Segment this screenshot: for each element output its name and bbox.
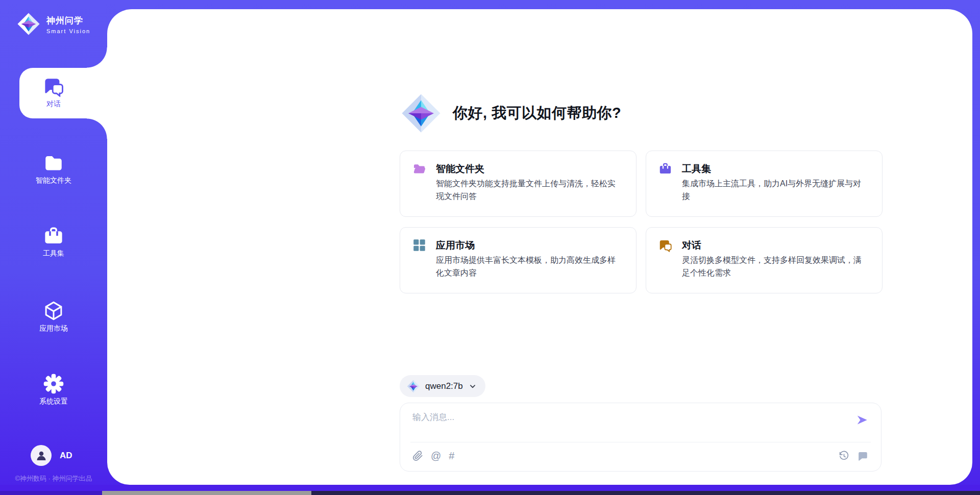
folder-icon	[43, 152, 64, 174]
feature-cards: 智能文件夹 智能文件夹功能支持批量文件上传与清洗，轻松实现文件问答 工具集 集成…	[400, 151, 883, 293]
card-description: 智能文件夹功能支持批量文件上传与清洗，轻松实现文件问答	[436, 178, 623, 203]
copyright: ©神州数码 · 神州问学出品	[0, 474, 107, 483]
send-icon[interactable]	[855, 413, 869, 427]
user-name: AD	[60, 451, 72, 461]
brand: 神州问学 Smart Vision	[17, 12, 90, 36]
user-menu[interactable]: AD	[31, 445, 72, 466]
scrollbar-track-left	[0, 491, 102, 495]
chat-icon	[658, 238, 672, 252]
sidebar-item-toolset[interactable]: 工具集	[0, 225, 107, 258]
history-icon[interactable]	[839, 451, 849, 461]
card-description: 集成市场上主流工具，助力AI与外界无缝扩展与对接	[682, 178, 869, 203]
card-app-market[interactable]: 应用市场 应用市场提供丰富长文本模板，助力高效生成多样化文章内容	[400, 227, 636, 293]
greeting: 你好, 我可以如何帮助你?	[401, 92, 621, 134]
card-title: 对话	[682, 239, 701, 252]
sidebar-item-label: 系统设置	[0, 397, 107, 406]
sidebar-item-system-settings[interactable]: 系统设置	[0, 373, 107, 406]
sidebar-item-smart-folder[interactable]: 智能文件夹	[0, 152, 107, 185]
card-title: 工具集	[682, 162, 711, 176]
user-icon	[35, 450, 47, 462]
bottom-strip	[0, 485, 980, 491]
card-smart-folder[interactable]: 智能文件夹 智能文件夹功能支持批量文件上传与清洗，轻松实现文件问答	[400, 151, 636, 217]
sidebar-item-label: 应用市场	[0, 324, 107, 333]
brand-name: 神州问学	[46, 15, 90, 27]
message-input[interactable]	[412, 411, 846, 438]
chat-icon	[43, 76, 64, 97]
message-composer: @ #	[400, 403, 881, 472]
mention-icon[interactable]: @	[431, 451, 441, 461]
scrollbar-thumb[interactable]	[102, 491, 311, 495]
sidebar-item-app-market[interactable]: 应用市场	[0, 300, 107, 333]
sidebar-item-label: 对话	[0, 100, 107, 109]
card-description: 灵活切换多模型文件，支持多样回复效果调试，满足个性化需求	[682, 254, 869, 280]
card-title: 应用市场	[436, 239, 475, 252]
folder-open-icon	[412, 162, 426, 176]
card-description: 应用市场提供丰富长文本模板，助力高效生成多样化文章内容	[436, 254, 623, 280]
card-toolset[interactable]: 工具集 集成市场上主流工具，助力AI与外界无缝扩展与对接	[646, 151, 883, 217]
sidebar-item-label: 智能文件夹	[0, 176, 107, 185]
briefcase-icon	[658, 162, 672, 176]
model-name: qwen2:7b	[425, 381, 463, 391]
attachment-icon[interactable]	[412, 451, 423, 461]
chat-bubble-icon[interactable]	[857, 451, 868, 461]
model-selector[interactable]: qwen2:7b	[400, 375, 485, 397]
greeting-title: 你好, 我可以如何帮助你?	[453, 103, 621, 123]
main-panel: 你好, 我可以如何帮助你? 智能文件夹 智能文件夹功能支持批量文件上传与清洗，轻…	[107, 9, 972, 485]
brand-subtitle: Smart Vision	[46, 28, 90, 34]
hashtag-icon[interactable]: #	[449, 451, 454, 461]
briefcase-icon	[43, 225, 64, 246]
avatar	[31, 445, 52, 466]
grid-icon	[412, 238, 426, 252]
horizontal-scrollbar[interactable]	[102, 491, 980, 495]
sidebar-item-chat[interactable]: 对话	[0, 76, 107, 109]
cube-icon	[43, 300, 64, 321]
greeting-logo-diamond-icon	[401, 92, 442, 134]
composer-divider	[410, 442, 871, 442]
model-logo-diamond-icon	[407, 380, 420, 393]
brand-logo-diamond-icon	[17, 12, 40, 36]
chevron-down-icon	[468, 382, 477, 391]
sidebar-item-label: 工具集	[0, 249, 107, 258]
card-title: 智能文件夹	[436, 162, 484, 176]
gear-icon	[43, 373, 64, 394]
card-chat[interactable]: 对话 灵活切换多模型文件，支持多样回复效果调试，满足个性化需求	[646, 227, 883, 293]
sidebar: 神州问学 Smart Vision 对话 智能文件夹 工具集 应用市场 系统设置…	[0, 0, 107, 495]
